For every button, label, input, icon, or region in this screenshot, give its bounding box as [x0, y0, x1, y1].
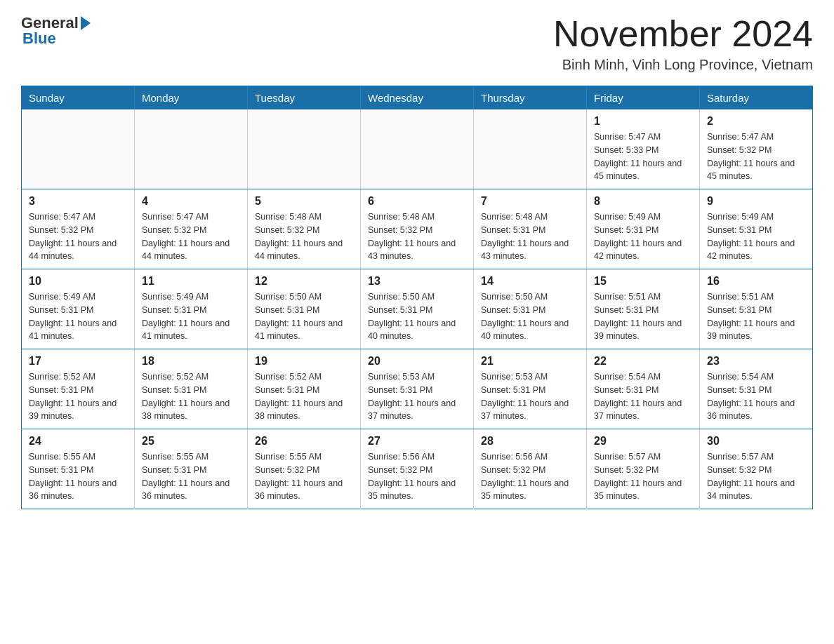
calendar-week-row: 3Sunrise: 5:47 AM Sunset: 5:32 PM Daylig… — [22, 189, 813, 269]
calendar-cell — [474, 109, 587, 189]
month-title: November 2024 — [553, 14, 813, 54]
title-area: November 2024 Binh Minh, Vinh Long Provi… — [553, 14, 813, 73]
column-header-saturday: Saturday — [700, 86, 813, 110]
calendar-cell: 24Sunrise: 5:55 AM Sunset: 5:31 PM Dayli… — [22, 429, 135, 509]
calendar-cell: 28Sunrise: 5:56 AM Sunset: 5:32 PM Dayli… — [474, 429, 587, 509]
calendar-cell: 3Sunrise: 5:47 AM Sunset: 5:32 PM Daylig… — [22, 189, 135, 269]
column-header-friday: Friday — [587, 86, 700, 110]
calendar-cell: 30Sunrise: 5:57 AM Sunset: 5:32 PM Dayli… — [700, 429, 813, 509]
calendar-cell: 4Sunrise: 5:47 AM Sunset: 5:32 PM Daylig… — [135, 189, 248, 269]
day-info: Sunrise: 5:55 AM Sunset: 5:31 PM Dayligh… — [29, 450, 127, 503]
day-number: 26 — [255, 435, 353, 448]
calendar-week-row: 17Sunrise: 5:52 AM Sunset: 5:31 PM Dayli… — [22, 349, 813, 429]
day-info: Sunrise: 5:57 AM Sunset: 5:32 PM Dayligh… — [707, 450, 805, 503]
day-info: Sunrise: 5:47 AM Sunset: 5:32 PM Dayligh… — [142, 210, 240, 263]
day-number: 3 — [29, 195, 127, 208]
day-number: 17 — [29, 355, 127, 368]
calendar-cell: 12Sunrise: 5:50 AM Sunset: 5:31 PM Dayli… — [248, 269, 361, 349]
day-info: Sunrise: 5:56 AM Sunset: 5:32 PM Dayligh… — [368, 450, 466, 503]
day-info: Sunrise: 5:47 AM Sunset: 5:32 PM Dayligh… — [29, 210, 127, 263]
header: General Blue November 2024 Binh Minh, Vi… — [21, 14, 813, 73]
day-number: 28 — [481, 435, 579, 448]
calendar-cell — [248, 109, 361, 189]
day-number: 7 — [481, 195, 579, 208]
day-info: Sunrise: 5:50 AM Sunset: 5:31 PM Dayligh… — [481, 290, 579, 343]
day-number: 18 — [142, 355, 240, 368]
day-info: Sunrise: 5:53 AM Sunset: 5:31 PM Dayligh… — [368, 370, 466, 423]
logo-arrow-icon — [81, 16, 91, 30]
calendar-cell: 26Sunrise: 5:55 AM Sunset: 5:32 PM Dayli… — [248, 429, 361, 509]
day-number: 13 — [368, 275, 466, 288]
day-info: Sunrise: 5:52 AM Sunset: 5:31 PM Dayligh… — [255, 370, 353, 423]
calendar-cell: 6Sunrise: 5:48 AM Sunset: 5:32 PM Daylig… — [361, 189, 474, 269]
day-info: Sunrise: 5:57 AM Sunset: 5:32 PM Dayligh… — [594, 450, 692, 503]
day-info: Sunrise: 5:48 AM Sunset: 5:31 PM Dayligh… — [481, 210, 579, 263]
day-number: 2 — [707, 115, 805, 128]
day-number: 23 — [707, 355, 805, 368]
calendar-cell: 22Sunrise: 5:54 AM Sunset: 5:31 PM Dayli… — [587, 349, 700, 429]
day-info: Sunrise: 5:47 AM Sunset: 5:33 PM Dayligh… — [594, 130, 692, 183]
calendar-cell: 10Sunrise: 5:49 AM Sunset: 5:31 PM Dayli… — [22, 269, 135, 349]
column-header-tuesday: Tuesday — [248, 86, 361, 110]
day-info: Sunrise: 5:52 AM Sunset: 5:31 PM Dayligh… — [29, 370, 127, 423]
day-info: Sunrise: 5:51 AM Sunset: 5:31 PM Dayligh… — [707, 290, 805, 343]
day-info: Sunrise: 5:55 AM Sunset: 5:32 PM Dayligh… — [255, 450, 353, 503]
day-info: Sunrise: 5:56 AM Sunset: 5:32 PM Dayligh… — [481, 450, 579, 503]
day-number: 16 — [707, 275, 805, 288]
day-info: Sunrise: 5:52 AM Sunset: 5:31 PM Dayligh… — [142, 370, 240, 423]
calendar-cell: 29Sunrise: 5:57 AM Sunset: 5:32 PM Dayli… — [587, 429, 700, 509]
location-subtitle: Binh Minh, Vinh Long Province, Vietnam — [553, 57, 813, 73]
day-number: 6 — [368, 195, 466, 208]
calendar-cell: 19Sunrise: 5:52 AM Sunset: 5:31 PM Dayli… — [248, 349, 361, 429]
calendar-cell: 13Sunrise: 5:50 AM Sunset: 5:31 PM Dayli… — [361, 269, 474, 349]
day-info: Sunrise: 5:49 AM Sunset: 5:31 PM Dayligh… — [594, 210, 692, 263]
day-number: 8 — [594, 195, 692, 208]
day-info: Sunrise: 5:48 AM Sunset: 5:32 PM Dayligh… — [368, 210, 466, 263]
calendar-cell: 7Sunrise: 5:48 AM Sunset: 5:31 PM Daylig… — [474, 189, 587, 269]
calendar-cell: 9Sunrise: 5:49 AM Sunset: 5:31 PM Daylig… — [700, 189, 813, 269]
day-info: Sunrise: 5:48 AM Sunset: 5:32 PM Dayligh… — [255, 210, 353, 263]
logo: General Blue — [21, 14, 92, 48]
calendar-cell: 8Sunrise: 5:49 AM Sunset: 5:31 PM Daylig… — [587, 189, 700, 269]
day-number: 21 — [481, 355, 579, 368]
calendar-week-row: 24Sunrise: 5:55 AM Sunset: 5:31 PM Dayli… — [22, 429, 813, 509]
day-number: 22 — [594, 355, 692, 368]
day-number: 24 — [29, 435, 127, 448]
calendar-header-row: SundayMondayTuesdayWednesdayThursdayFrid… — [22, 86, 813, 110]
column-header-monday: Monday — [135, 86, 248, 110]
day-number: 27 — [368, 435, 466, 448]
calendar-cell: 18Sunrise: 5:52 AM Sunset: 5:31 PM Dayli… — [135, 349, 248, 429]
calendar-cell: 27Sunrise: 5:56 AM Sunset: 5:32 PM Dayli… — [361, 429, 474, 509]
day-info: Sunrise: 5:49 AM Sunset: 5:31 PM Dayligh… — [707, 210, 805, 263]
calendar-cell — [22, 109, 135, 189]
day-number: 11 — [142, 275, 240, 288]
day-info: Sunrise: 5:50 AM Sunset: 5:31 PM Dayligh… — [255, 290, 353, 343]
day-info: Sunrise: 5:51 AM Sunset: 5:31 PM Dayligh… — [594, 290, 692, 343]
day-info: Sunrise: 5:55 AM Sunset: 5:31 PM Dayligh… — [142, 450, 240, 503]
calendar-cell: 23Sunrise: 5:54 AM Sunset: 5:31 PM Dayli… — [700, 349, 813, 429]
day-info: Sunrise: 5:50 AM Sunset: 5:31 PM Dayligh… — [368, 290, 466, 343]
day-number: 9 — [707, 195, 805, 208]
day-number: 5 — [255, 195, 353, 208]
calendar-week-row: 1Sunrise: 5:47 AM Sunset: 5:33 PM Daylig… — [22, 109, 813, 189]
calendar-cell: 20Sunrise: 5:53 AM Sunset: 5:31 PM Dayli… — [361, 349, 474, 429]
calendar-cell: 1Sunrise: 5:47 AM Sunset: 5:33 PM Daylig… — [587, 109, 700, 189]
calendar-cell: 16Sunrise: 5:51 AM Sunset: 5:31 PM Dayli… — [700, 269, 813, 349]
day-number: 4 — [142, 195, 240, 208]
day-number: 1 — [594, 115, 692, 128]
day-number: 19 — [255, 355, 353, 368]
calendar-cell: 21Sunrise: 5:53 AM Sunset: 5:31 PM Dayli… — [474, 349, 587, 429]
column-header-wednesday: Wednesday — [361, 86, 474, 110]
day-info: Sunrise: 5:54 AM Sunset: 5:31 PM Dayligh… — [707, 370, 805, 423]
calendar-week-row: 10Sunrise: 5:49 AM Sunset: 5:31 PM Dayli… — [22, 269, 813, 349]
calendar-cell — [135, 109, 248, 189]
calendar-cell: 2Sunrise: 5:47 AM Sunset: 5:32 PM Daylig… — [700, 109, 813, 189]
day-number: 15 — [594, 275, 692, 288]
column-header-thursday: Thursday — [474, 86, 587, 110]
day-info: Sunrise: 5:47 AM Sunset: 5:32 PM Dayligh… — [707, 130, 805, 183]
day-info: Sunrise: 5:49 AM Sunset: 5:31 PM Dayligh… — [29, 290, 127, 343]
day-info: Sunrise: 5:49 AM Sunset: 5:31 PM Dayligh… — [142, 290, 240, 343]
day-number: 29 — [594, 435, 692, 448]
calendar-cell: 5Sunrise: 5:48 AM Sunset: 5:32 PM Daylig… — [248, 189, 361, 269]
logo-blue-text: Blue — [22, 29, 56, 48]
